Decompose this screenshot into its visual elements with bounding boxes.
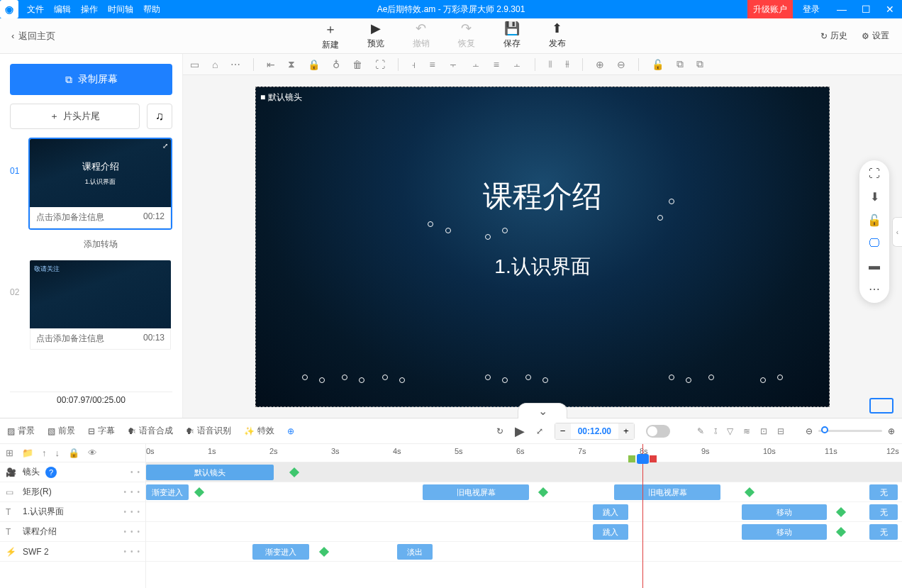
track-shot[interactable]: 🎥镜头?•• [0, 462, 145, 482]
menu-help[interactable]: 帮助 [143, 4, 160, 16]
lane-rect[interactable]: 渐变进入 旧电视屏幕 旧电视屏幕 无 [146, 482, 902, 502]
unlock-icon[interactable]: 🔓 [652, 59, 664, 70]
time-plus-button[interactable]: + [618, 423, 634, 439]
seg-none[interactable]: 无 [869, 484, 898, 500]
download-icon[interactable]: ⬇ [870, 190, 879, 204]
track-text1[interactable]: T1.认识界面••• [0, 502, 145, 522]
menu-file[interactable]: 文件 [27, 4, 44, 16]
add-transition-button[interactable]: 添加转场 [10, 235, 172, 253]
track-rect[interactable]: ▭矩形(R)••• [0, 482, 145, 502]
cursor-icon[interactable]: ▭ [190, 59, 199, 70]
seg-fade-out[interactable]: 淡出 [397, 544, 433, 560]
clip-note[interactable]: 点击添加备注信息 [36, 333, 104, 345]
time-input[interactable]: − 00:12.00 + [555, 423, 635, 440]
dist-h-icon[interactable]: ⫴ [548, 58, 552, 70]
record-tool-icon[interactable]: ▬ [869, 260, 880, 272]
seg-default-shot[interactable]: 默认镜头 [146, 465, 274, 480]
down-icon[interactable]: ↓ [55, 448, 60, 458]
more-tool-icon[interactable]: ⋯ [869, 282, 880, 296]
seg-grad-in[interactable]: 渐变进入 [146, 484, 189, 500]
settings-button[interactable]: ⚙设置 [862, 30, 889, 42]
keyframe[interactable] [194, 487, 204, 497]
help-icon[interactable]: ? [45, 467, 57, 478]
seg-old-tv[interactable]: 旧电视屏幕 [614, 484, 720, 500]
align-right-icon[interactable]: ⫟ [448, 59, 458, 70]
maximize-button[interactable]: ☐ [854, 4, 878, 15]
tab-fg[interactable]: ▧前景 [48, 425, 75, 437]
keyframe[interactable] [745, 487, 755, 497]
more-icon[interactable]: ⋯ [230, 59, 240, 70]
filter-icon[interactable]: ⫱ [714, 426, 717, 436]
tab-subtitle[interactable]: ⊟字幕 [88, 425, 115, 437]
viewport-indicator[interactable] [869, 398, 893, 414]
seg-old-tv[interactable]: 旧电视屏幕 [423, 484, 529, 500]
canvas-subtitle[interactable]: 1.认识界面 [494, 253, 590, 280]
layers-icon[interactable]: ≋ [743, 426, 750, 436]
align-top-icon[interactable]: ⫠ [471, 59, 481, 70]
lock-icon[interactable]: 🔒 [308, 59, 320, 70]
add-track-icon[interactable]: ⊞ [6, 448, 13, 458]
history-button[interactable]: ↻历史 [820, 30, 847, 42]
align-center-icon[interactable]: ≡ [429, 59, 435, 70]
hourglass-icon[interactable]: ⧗ [288, 58, 295, 70]
seg-jump-in[interactable]: 跳入 [593, 524, 628, 540]
bracket-icon[interactable]: ⊟ [777, 426, 784, 436]
lane-shot[interactable]: 默认镜头 [146, 462, 902, 482]
menu-timeline[interactable]: 时间轴 [108, 4, 133, 16]
time-minus-button[interactable]: − [555, 423, 571, 439]
more-tabs-icon[interactable]: ⊕ [287, 426, 294, 436]
clip-note[interactable]: 点击添加备注信息 [36, 211, 104, 223]
replay-icon[interactable]: ↻ [496, 426, 503, 436]
expand-right-button[interactable]: ‹ [892, 217, 902, 247]
unlock-tool-icon[interactable]: 🔓 [867, 213, 881, 227]
fullscreen-icon[interactable]: ⛶ [869, 167, 880, 180]
home-icon[interactable]: ⌂ [212, 59, 218, 70]
snap-toggle[interactable] [646, 425, 670, 438]
lane-swf[interactable]: 渐变进入 淡出 [146, 542, 902, 562]
track-text2[interactable]: T课程介绍••• [0, 522, 145, 542]
login-button[interactable]: 登录 [793, 4, 830, 16]
seg-jump-in[interactable]: 跳入 [593, 504, 628, 520]
playhead[interactable] [642, 444, 643, 588]
zoom-in-icon[interactable]: ⊕ [596, 59, 604, 70]
zoom-out-icon[interactable]: ⊖ [617, 59, 625, 70]
eye-icon[interactable]: 👁 [88, 448, 97, 458]
zoom-in-btn[interactable]: ⊕ [888, 426, 895, 436]
marker-icon[interactable]: ⊡ [760, 426, 767, 436]
edit-icon[interactable]: ✎ [697, 426, 704, 436]
align-bottom-icon[interactable]: ⫠ [512, 59, 522, 70]
keyframe[interactable] [289, 467, 299, 477]
undo-button[interactable]: ↶撤销 [413, 21, 430, 51]
lane-t1[interactable]: 跳入 移动 无 [146, 502, 902, 522]
funnel-icon[interactable]: ▽ [727, 426, 733, 436]
music-button[interactable]: ♫ [147, 104, 172, 129]
preview-button[interactable]: ▶预览 [367, 21, 384, 51]
paste-icon[interactable]: ⧉ [696, 58, 703, 70]
clip-item-1[interactable]: 课程介绍 1.认识界面 ⤢ 点击添加备注信息 00:12 [28, 138, 172, 230]
minimize-button[interactable]: — [830, 4, 854, 15]
menu-action[interactable]: 操作 [81, 4, 98, 16]
back-button[interactable]: ‹ 返回主页 [0, 30, 67, 43]
publish-button[interactable]: ⬆发布 [549, 21, 566, 51]
up-icon[interactable]: ↑ [42, 448, 47, 458]
seg-none[interactable]: 无 [869, 504, 898, 520]
fullscreen-play-icon[interactable]: ⤢ [536, 426, 543, 436]
seg-move[interactable]: 移动 [742, 504, 827, 520]
align-mid-icon[interactable]: ≡ [494, 59, 499, 70]
align-left-icon[interactable]: ⫞ [411, 59, 416, 70]
dist-v-icon[interactable]: ⫵ [565, 58, 569, 70]
anchor-icon[interactable]: ♁ [333, 59, 340, 70]
skip-back-icon[interactable]: ⇤ [267, 59, 275, 70]
tab-fx[interactable]: ✨特效 [244, 425, 274, 437]
clip-item-2[interactable]: 敬请关注 点击添加备注信息 00:13 [28, 259, 172, 351]
redo-button[interactable]: ↷恢复 [458, 21, 475, 51]
seg-none[interactable]: 无 [869, 524, 898, 540]
save-button[interactable]: 💾保存 [503, 21, 520, 51]
folder-icon[interactable]: 📁 [22, 448, 33, 458]
video-canvas[interactable]: ■默认镜头 课程介绍 1.认识界面 [255, 87, 830, 407]
keyframe[interactable] [319, 547, 329, 557]
lock-track-icon[interactable]: 🔒 [68, 448, 79, 458]
seg-grad-in[interactable]: 渐变进入 [252, 544, 309, 560]
record-screen-button[interactable]: ⧉ 录制屏幕 [10, 64, 172, 95]
expand-bottom-button[interactable]: ⌄ [518, 403, 567, 418]
